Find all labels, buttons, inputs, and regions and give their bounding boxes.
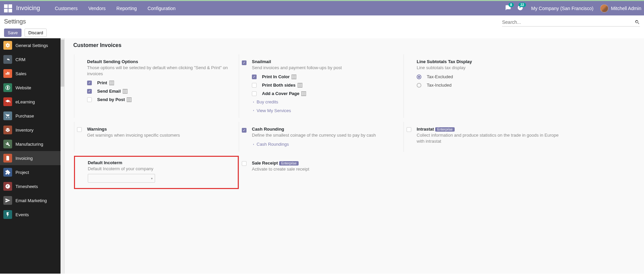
default-incoterm-select[interactable] xyxy=(88,174,155,183)
building-icon xyxy=(298,83,302,88)
box-icon xyxy=(3,126,12,134)
search-icon[interactable] xyxy=(635,19,640,25)
nav-reporting[interactable]: Reporting xyxy=(111,6,142,11)
add-cover-label: Add a Cover Page xyxy=(262,91,299,96)
building-icon xyxy=(301,91,306,96)
send-email-checkbox[interactable] xyxy=(87,89,92,94)
snailmail-title: Snailmail xyxy=(252,59,401,64)
section-customer-invoices: Customer Invoices xyxy=(67,38,644,52)
tax-included-radio[interactable] xyxy=(417,83,421,88)
sidebar-item-label: Purchase xyxy=(15,113,34,119)
sidebar-item-elearning[interactable]: eLearning xyxy=(0,95,61,109)
scrollbar-gutter[interactable] xyxy=(61,38,65,274)
enterprise-badge: Enterprise xyxy=(279,161,299,166)
print-both-checkbox[interactable] xyxy=(252,83,257,88)
sidebar-item-project[interactable]: Project xyxy=(0,165,61,179)
sidebar-item-manufacturing[interactable]: Manufacturing xyxy=(0,137,61,151)
search-input[interactable] xyxy=(502,18,635,26)
buy-credits-link[interactable]: Buy credits xyxy=(252,99,278,104)
top-navbar: Invoicing Customers Vendors Reporting Co… xyxy=(0,0,644,15)
default-sending-sub: Those options will be selected by defaul… xyxy=(87,65,236,77)
sidebar-item-label: Email Marketing xyxy=(15,198,47,203)
gear-icon xyxy=(3,41,12,50)
sidebar-item-label: Website xyxy=(15,85,31,90)
sale-receipt-title: Sale Receipt xyxy=(252,160,278,166)
building-icon xyxy=(292,75,296,79)
send-icon xyxy=(3,196,12,205)
grad-icon xyxy=(3,97,12,106)
print-checkbox[interactable] xyxy=(87,81,92,85)
nav-configuration[interactable]: Configuration xyxy=(142,6,181,11)
nav-customers[interactable]: Customers xyxy=(49,6,83,11)
print-color-checkbox[interactable] xyxy=(252,75,257,79)
invoice-icon xyxy=(3,154,12,162)
setting-default-sending: Default Sending Options Those options wi… xyxy=(74,54,239,118)
activities-count: 22 xyxy=(519,3,526,7)
cash-roundings-link[interactable]: Cash Roundings xyxy=(252,142,289,147)
apps-icon[interactable] xyxy=(4,4,12,12)
save-button[interactable]: Save xyxy=(4,29,22,37)
wrench-icon xyxy=(3,140,12,148)
discard-button[interactable]: Discard xyxy=(25,29,47,37)
activities-indicator[interactable]: 22 xyxy=(517,5,525,12)
sidebar-item-label: Invoicing xyxy=(15,156,33,161)
default-sending-title: Default Sending Options xyxy=(87,59,236,64)
warnings-title: Warnings xyxy=(87,127,236,132)
building-icon xyxy=(123,89,127,94)
sidebar-item-sales[interactable]: Sales xyxy=(0,66,61,81)
setting-tax-display: Line Subtotals Tax Display Line subtotal… xyxy=(404,54,568,118)
sidebar-item-timesheets[interactable]: Timesheets xyxy=(0,179,61,193)
tax-excluded-radio[interactable] xyxy=(417,75,421,79)
print-both-label: Print Both sides xyxy=(262,83,296,88)
add-cover-checkbox[interactable] xyxy=(252,91,257,96)
send-email-label: Send Email xyxy=(97,89,121,94)
building-icon xyxy=(109,81,114,85)
sidebar-item-purchase[interactable]: Purchase xyxy=(0,109,61,123)
sidebar-item-general-settings[interactable]: General Settings xyxy=(0,38,61,52)
tax-excluded-label: Tax-Excluded xyxy=(427,74,453,79)
tax-display-title: Line Subtotals Tax Display xyxy=(417,59,566,64)
warnings-sub: Get warnings when invoicing specific cus… xyxy=(87,132,236,138)
sale-receipt-checkbox[interactable] xyxy=(242,161,247,166)
setting-default-incoterm: Default Incoterm Default Incoterm of you… xyxy=(74,156,239,189)
sidebar-item-inventory[interactable]: Inventory xyxy=(0,123,61,137)
sidebar-item-label: eLearning xyxy=(15,99,35,104)
send-post-checkbox[interactable] xyxy=(87,97,92,102)
sidebar-item-label: Manufacturing xyxy=(15,142,43,147)
company-switcher[interactable]: My Company (San Francisco) xyxy=(531,6,594,11)
sidebar-item-email-marketing[interactable]: Email Marketing xyxy=(0,193,61,207)
setting-warnings: Warnings Get warnings when invoicing spe… xyxy=(74,122,239,152)
app-brand[interactable]: Invoicing xyxy=(16,5,40,12)
intrastat-sub: Collect information and produce statisti… xyxy=(417,132,566,144)
sidebar-item-events[interactable]: Events xyxy=(0,207,61,222)
cash-rounding-checkbox[interactable] xyxy=(242,128,247,133)
sidebar-item-invoicing[interactable]: Invoicing xyxy=(0,151,61,165)
chart-icon xyxy=(3,69,12,78)
view-services-link[interactable]: View My Services xyxy=(252,108,291,113)
tax-display-sub: Line subtotals tax display xyxy=(417,65,566,71)
cash-rounding-title: Cash Rounding xyxy=(252,127,401,132)
snailmail-checkbox[interactable] xyxy=(242,60,247,65)
default-incoterm-sub: Default Incoterm of your company xyxy=(88,166,235,172)
tax-included-label: Tax-Included xyxy=(427,83,452,88)
warnings-checkbox[interactable] xyxy=(77,127,82,132)
sidebar-item-label: CRM xyxy=(15,57,26,62)
messages-indicator[interactable]: 8 xyxy=(505,5,513,12)
sidebar-item-label: General Settings xyxy=(15,43,48,48)
default-incoterm-title: Default Incoterm xyxy=(88,160,235,165)
enterprise-badge: Enterprise xyxy=(435,127,455,132)
sidebar-item-label: Timesheets xyxy=(15,184,38,189)
send-post-label: Send by Post xyxy=(97,97,125,102)
sidebar-item-label: Project xyxy=(15,170,29,175)
page-title: Settings xyxy=(4,18,47,25)
avatar xyxy=(600,4,608,12)
sidebar-item-label: Inventory xyxy=(15,128,33,133)
search-box[interactable] xyxy=(502,18,640,27)
intrastat-checkbox[interactable] xyxy=(407,127,411,132)
sidebar-item-crm[interactable]: CRM xyxy=(0,52,61,66)
sidebar-item-website[interactable]: Website xyxy=(0,81,61,95)
setting-snailmail: Snailmail Send invoices and payment foll… xyxy=(239,54,404,118)
user-menu[interactable]: Mitchell Admin xyxy=(600,4,641,12)
messages-count: 8 xyxy=(508,3,514,7)
nav-vendors[interactable]: Vendors xyxy=(83,6,111,11)
